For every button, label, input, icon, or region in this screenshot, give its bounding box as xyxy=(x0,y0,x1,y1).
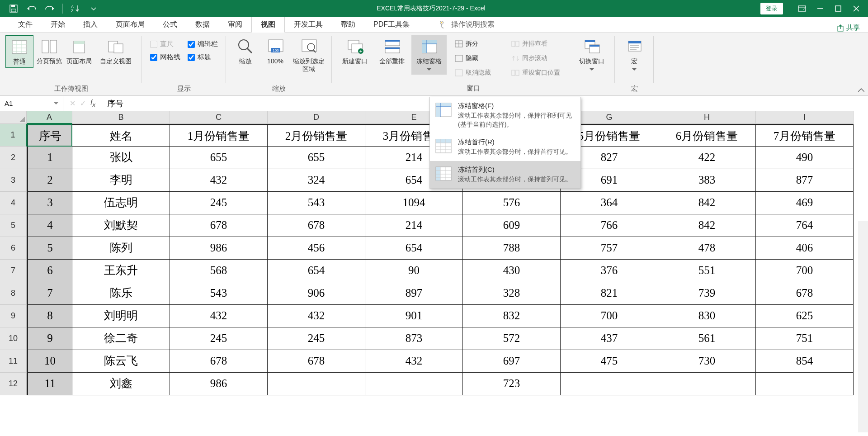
cell[interactable]: 490 xyxy=(756,147,854,169)
cell[interactable]: 7 xyxy=(27,282,72,305)
tab-help[interactable]: 帮助 xyxy=(332,17,364,32)
cell[interactable]: 543 xyxy=(268,192,365,214)
cell[interactable]: 697 xyxy=(463,350,561,373)
cell[interactable]: 李明 xyxy=(72,169,170,192)
minimize-button[interactable] xyxy=(812,2,828,15)
cell[interactable] xyxy=(561,373,658,395)
row-header[interactable]: 3 xyxy=(0,169,27,192)
cell[interactable]: 678 xyxy=(268,214,365,237)
cell[interactable]: 432 xyxy=(170,305,268,327)
tab-view[interactable]: 视图 xyxy=(251,17,285,33)
cell[interactable]: 723 xyxy=(463,373,561,395)
cell[interactable]: 456 xyxy=(268,237,365,260)
cell[interactable]: 4 xyxy=(27,214,72,237)
cell[interactable]: 432 xyxy=(170,169,268,192)
cell[interactable]: 432 xyxy=(268,305,365,327)
cell[interactable]: 刘默契 xyxy=(72,214,170,237)
zoom100-button[interactable]: 100 100% xyxy=(261,35,289,67)
cell[interactable]: 751 xyxy=(756,327,854,350)
switch-window-button[interactable]: 切换窗口 xyxy=(574,35,609,75)
cell[interactable]: 245 xyxy=(170,192,268,214)
tab-layout[interactable]: 页面布局 xyxy=(107,17,154,32)
cell[interactable]: 姓名 xyxy=(72,124,170,147)
split-button[interactable]: 拆分 xyxy=(453,38,493,50)
tab-dev[interactable]: 开发工具 xyxy=(285,17,332,32)
tab-insert[interactable]: 插入 xyxy=(74,17,107,32)
column-header[interactable]: D xyxy=(268,111,365,124)
cell[interactable]: 730 xyxy=(658,350,756,373)
cell[interactable]: 568 xyxy=(170,260,268,282)
custom-view-button[interactable]: 自定义视图 xyxy=(95,35,137,67)
cell[interactable]: 625 xyxy=(756,305,854,327)
headings-checkbox[interactable]: 标题 xyxy=(188,53,218,62)
cell[interactable]: 700 xyxy=(756,260,854,282)
row-header[interactable]: 12 xyxy=(0,373,27,395)
normal-view-button[interactable]: 普通 xyxy=(5,35,33,68)
cell[interactable]: 576 xyxy=(463,192,561,214)
cell[interactable]: 873 xyxy=(365,327,463,350)
column-header[interactable]: B xyxy=(72,111,170,124)
cell[interactable]: 5 xyxy=(27,237,72,260)
arrange-all-button[interactable]: 全部重排 xyxy=(374,35,410,67)
redo-button[interactable] xyxy=(42,2,58,15)
cell[interactable]: 2 xyxy=(27,169,72,192)
cell[interactable]: 478 xyxy=(658,237,756,260)
cell[interactable]: 383 xyxy=(658,169,756,192)
sort-button[interactable]: AZ xyxy=(67,2,84,15)
freeze-top-row-item[interactable]: 冻结首行(R)滚动工作表其余部分时，保持首行可见。 xyxy=(430,133,580,161)
cell[interactable]: 986 xyxy=(170,373,268,395)
cell[interactable]: 245 xyxy=(268,327,365,350)
hide-button[interactable]: 隐藏 xyxy=(453,52,493,64)
qat-dropdown[interactable] xyxy=(85,2,102,15)
login-button[interactable]: 登录 xyxy=(760,3,783,14)
cell[interactable]: 901 xyxy=(365,305,463,327)
cell[interactable]: 刘鑫 xyxy=(72,373,170,395)
row-header[interactable]: 6 xyxy=(0,237,27,260)
gridlines-checkbox[interactable]: 网格线 xyxy=(150,53,180,62)
cell[interactable]: 2月份销售量 xyxy=(268,124,365,147)
cancel-icon[interactable]: ✕ xyxy=(70,99,75,108)
cell[interactable]: 906 xyxy=(268,282,365,305)
cell[interactable]: 543 xyxy=(170,282,268,305)
cell[interactable]: 9 xyxy=(27,327,72,350)
cell[interactable]: 214 xyxy=(365,214,463,237)
cell[interactable]: 561 xyxy=(658,327,756,350)
cell[interactable]: 406 xyxy=(756,237,854,260)
cell[interactable]: 655 xyxy=(170,147,268,169)
cell[interactable]: 陈乐 xyxy=(72,282,170,305)
tab-file[interactable]: 文件 xyxy=(9,17,42,32)
column-header[interactable]: A xyxy=(27,111,72,124)
cell[interactable]: 655 xyxy=(268,147,365,169)
cell[interactable]: 877 xyxy=(756,169,854,192)
cell[interactable]: 821 xyxy=(561,282,658,305)
row-header[interactable]: 1 xyxy=(0,124,27,147)
cell[interactable]: 469 xyxy=(756,192,854,214)
cell[interactable]: 609 xyxy=(463,214,561,237)
zoom-selection-button[interactable]: 缩放到选定区域 xyxy=(291,35,326,75)
cell[interactable]: 王东升 xyxy=(72,260,170,282)
cell[interactable]: 422 xyxy=(658,147,756,169)
pagebreak-button[interactable]: 分页预览 xyxy=(35,35,63,67)
row-header[interactable]: 10 xyxy=(0,327,27,350)
pagelayout-button[interactable]: 页面布局 xyxy=(65,35,93,67)
cell[interactable]: 766 xyxy=(561,214,658,237)
cell[interactable]: 376 xyxy=(561,260,658,282)
formulabar-checkbox[interactable]: 编辑栏 xyxy=(188,40,218,48)
collapse-ribbon-icon[interactable] xyxy=(858,88,864,93)
cell[interactable]: 90 xyxy=(365,260,463,282)
cell[interactable]: 刘明明 xyxy=(72,305,170,327)
row-header[interactable]: 11 xyxy=(0,350,27,373)
cell[interactable] xyxy=(365,373,463,395)
cell[interactable]: 832 xyxy=(463,305,561,327)
save-button[interactable] xyxy=(5,2,22,15)
freeze-first-col-item[interactable]: 冻结首列(C)滚动工作表其余部分时，保持首列可见。 xyxy=(430,161,580,189)
cell[interactable]: 3 xyxy=(27,192,72,214)
share-button[interactable]: 共享 xyxy=(837,24,860,32)
tab-formulas[interactable]: 公式 xyxy=(154,17,186,32)
cell[interactable] xyxy=(756,373,854,395)
cell[interactable]: 11 xyxy=(27,373,72,395)
cell[interactable]: 437 xyxy=(561,327,658,350)
cell[interactable]: 654 xyxy=(268,260,365,282)
column-header[interactable]: I xyxy=(756,111,854,124)
cell[interactable]: 739 xyxy=(658,282,756,305)
